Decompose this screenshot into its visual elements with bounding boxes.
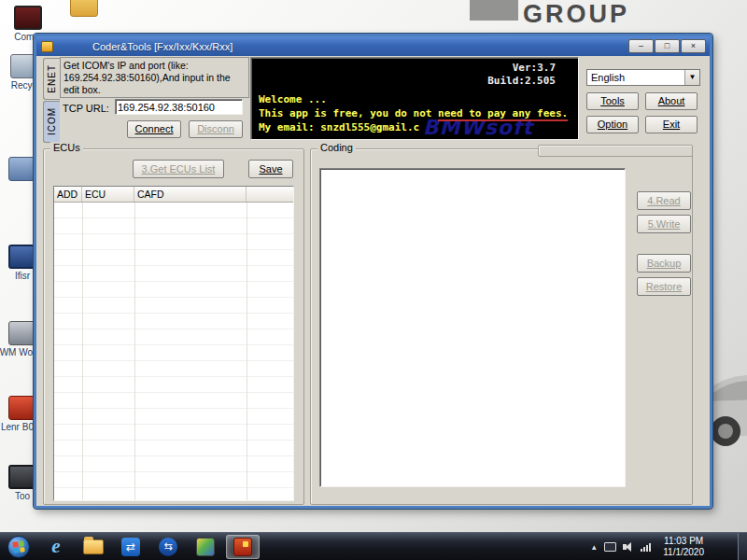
taskbar-item-remote-app[interactable]: ⇆ bbox=[151, 535, 185, 559]
restore-button[interactable]: Restore bbox=[637, 277, 691, 296]
minimize-button[interactable]: – bbox=[628, 39, 654, 53]
wallpaper-logo-block bbox=[470, 0, 518, 21]
ecus-group: ECUs 3.Get ECUs List Save ADD ECU CAFD bbox=[43, 148, 304, 505]
column-divider bbox=[247, 203, 247, 500]
backup-button[interactable]: Backup bbox=[637, 254, 691, 273]
taskbar-item-coder-tools[interactable] bbox=[226, 535, 260, 559]
column-header-ecu[interactable]: ECU bbox=[82, 187, 134, 202]
clock-time: 11:03 PM bbox=[663, 536, 704, 547]
window-client-area: ENET ICOM Get ICOM's IP and port (like: … bbox=[36, 56, 710, 506]
ecu-list[interactable]: ADD ECU CAFD bbox=[53, 186, 294, 501]
window-icon bbox=[41, 41, 53, 52]
connection-tabs: ENET ICOM bbox=[43, 58, 60, 144]
show-desktop-button[interactable] bbox=[738, 533, 747, 560]
maximize-button[interactable]: □ bbox=[655, 39, 680, 53]
tcp-url-label: TCP URL: bbox=[63, 103, 109, 114]
exit-button[interactable]: Exit bbox=[645, 116, 698, 133]
progress-frame bbox=[538, 145, 693, 157]
about-button[interactable]: About bbox=[645, 92, 698, 110]
tab-enet-label: ENET bbox=[47, 64, 57, 93]
sync-arrows-icon: ⇆ bbox=[159, 538, 177, 556]
computer-icon bbox=[14, 6, 42, 30]
version-text: Ver:3.7 bbox=[513, 62, 556, 74]
coding-group-label: Coding bbox=[317, 142, 356, 153]
column-header-add[interactable]: ADD bbox=[54, 187, 82, 202]
desktop-icon-folder[interactable] bbox=[58, 0, 110, 19]
column-header-cafd[interactable]: CAFD bbox=[134, 187, 247, 202]
ecu-list-body[interactable] bbox=[54, 203, 293, 500]
coding-group: Coding 4.Read 5.Write Backup Restore bbox=[310, 148, 693, 505]
close-button[interactable]: × bbox=[681, 39, 706, 53]
column-header-blank bbox=[247, 187, 293, 202]
coding-panel[interactable] bbox=[319, 168, 626, 487]
taskbar: e ⇄ ⇆ ▲ 11:03 PM 11/1/2020 bbox=[0, 532, 747, 560]
console-output: BMWsoft Ver:3.7 Build:2.505 Welcome ... … bbox=[250, 57, 579, 140]
volume-icon[interactable] bbox=[623, 542, 634, 552]
read-button[interactable]: 4.Read bbox=[637, 191, 691, 210]
show-hidden-icons-button[interactable]: ▲ bbox=[590, 543, 598, 552]
pc-icon bbox=[8, 245, 36, 269]
write-button[interactable]: 5.Write bbox=[637, 215, 691, 233]
language-value: English bbox=[587, 72, 684, 83]
internet-explorer-icon: e bbox=[51, 535, 60, 558]
column-divider bbox=[134, 203, 135, 500]
taskbar-item-internet-explorer[interactable]: e bbox=[39, 535, 73, 559]
taskbar-clock[interactable]: 11:03 PM 11/1/2020 bbox=[657, 536, 710, 558]
option-button[interactable]: Option bbox=[586, 116, 639, 133]
disconnect-button[interactable]: Disconn bbox=[189, 120, 243, 138]
window-titlebar[interactable]: Coder&Tools [Fxx/Ixx/Kxx/Rxx] – □ × bbox=[36, 36, 710, 56]
console-line: This app is free, you do not need to pay… bbox=[259, 107, 568, 119]
build-text: Build:2.505 bbox=[487, 75, 556, 87]
window-title: Coder&Tools [Fxx/Ixx/Kxx/Rxx] bbox=[92, 41, 233, 52]
tcp-url-input[interactable] bbox=[115, 99, 243, 115]
tab-icom-label: ICOM bbox=[47, 107, 57, 135]
save-button[interactable]: Save bbox=[248, 160, 293, 178]
folder-icon bbox=[70, 0, 98, 17]
windows-flag-icon bbox=[12, 540, 25, 553]
taskbar-item-designer[interactable] bbox=[189, 535, 222, 559]
get-ecus-list-button[interactable]: 3.Get ECUs List bbox=[133, 160, 224, 178]
desktop: GROUP WORKSHOP Com... Recyd Ifisr WM Wor… bbox=[0, 0, 747, 560]
console-line: My email: snzdl555@gmail.c bbox=[259, 121, 419, 133]
chevron-down-icon[interactable]: ▼ bbox=[684, 70, 699, 85]
app-icon bbox=[8, 396, 36, 420]
tools-button[interactable]: Tools bbox=[586, 92, 639, 110]
system-tray: ▲ 11:03 PM 11/1/2020 bbox=[590, 533, 710, 560]
connect-button[interactable]: Connect bbox=[127, 120, 181, 138]
start-button[interactable] bbox=[7, 536, 30, 558]
app-icon bbox=[8, 157, 36, 181]
console-line: Welcome ... bbox=[259, 93, 327, 105]
app-icon bbox=[8, 321, 36, 345]
network-icon[interactable] bbox=[641, 543, 651, 552]
folder-icon bbox=[83, 539, 104, 554]
ecu-list-header: ADD ECU CAFD bbox=[54, 187, 293, 203]
instruction-text: Get ICOM's IP and port (like: 169.254.92… bbox=[60, 57, 249, 98]
ecus-group-label: ECUs bbox=[50, 142, 83, 153]
taskbar-item-explorer[interactable] bbox=[77, 535, 110, 559]
language-select[interactable]: English ▼ bbox=[586, 69, 700, 86]
teamviewer-icon: ⇄ bbox=[121, 538, 140, 556]
column-divider bbox=[82, 203, 83, 500]
tab-icom[interactable]: ICOM bbox=[43, 101, 60, 143]
paint-icon bbox=[196, 538, 215, 556]
coder-tools-icon bbox=[233, 538, 252, 556]
coder-tools-window: Coder&Tools [Fxx/Ixx/Kxx/Rxx] – □ × ENET… bbox=[34, 34, 712, 509]
taskbar-item-teamviewer[interactable]: ⇄ bbox=[114, 535, 148, 559]
display-tray-icon[interactable] bbox=[604, 542, 616, 552]
clock-date: 11/1/2020 bbox=[663, 547, 704, 558]
app-icon bbox=[8, 465, 36, 489]
tab-enet[interactable]: ENET bbox=[43, 58, 60, 100]
